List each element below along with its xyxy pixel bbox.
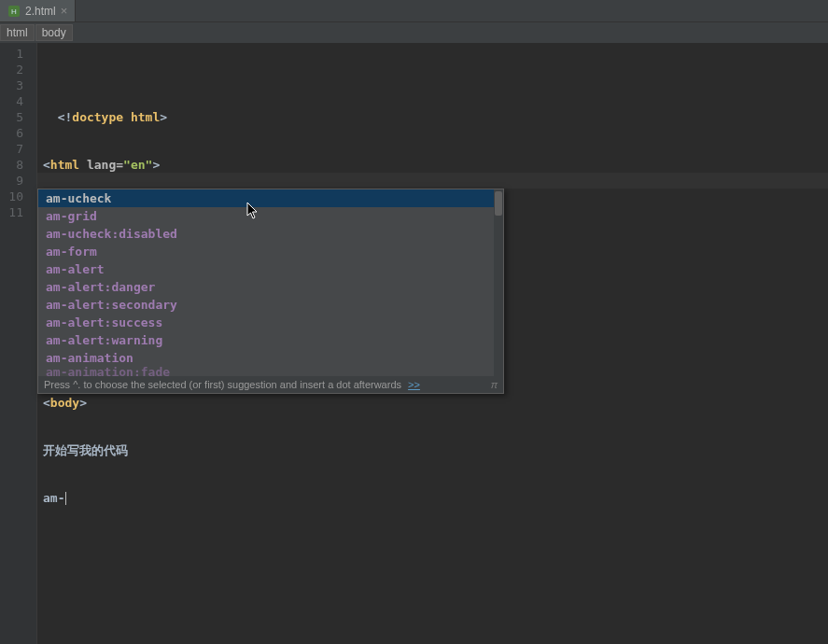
- line-number: 9: [0, 173, 36, 189]
- autocomplete-item[interactable]: am-alert: [38, 260, 503, 278]
- close-icon[interactable]: ×: [61, 4, 68, 18]
- autocomplete-item[interactable]: am-alert:danger: [38, 278, 503, 296]
- line-number: 7: [0, 141, 36, 157]
- editor[interactable]: 1234567891011 <!doctype html> <html lang…: [0, 43, 828, 644]
- autocomplete-item[interactable]: am-ucheck:disabled: [38, 225, 503, 243]
- line-number: 4: [0, 93, 36, 109]
- autocomplete-item[interactable]: am-ucheck: [38, 189, 503, 207]
- html-file-icon: H: [7, 5, 21, 18]
- autocomplete-item[interactable]: am-alert:success: [38, 314, 503, 331]
- line-number: 11: [0, 204, 36, 220]
- line-number: 2: [0, 62, 36, 77]
- pi-icon[interactable]: π: [491, 379, 498, 390]
- autocomplete-item[interactable]: am-animation:fade: [38, 367, 503, 376]
- autocomplete-list: am-ucheckam-gridam-ucheck:disabledam-for…: [38, 189, 503, 376]
- autocomplete-item[interactable]: am-alert:secondary: [38, 296, 503, 314]
- autocomplete-hint: Press ^. to choose the selected (or firs…: [38, 376, 503, 393]
- breadcrumb: html body: [0, 22, 828, 43]
- autocomplete-item[interactable]: am-form: [38, 243, 503, 260]
- breadcrumb-item[interactable]: html: [0, 24, 35, 41]
- text-caret: [65, 492, 66, 505]
- autocomplete-item[interactable]: am-alert:warning: [38, 331, 503, 349]
- svg-text:H: H: [11, 7, 17, 16]
- line-number: 1: [0, 46, 36, 62]
- line-number-gutter: 1234567891011: [0, 43, 37, 644]
- line-number: 8: [0, 157, 36, 173]
- tab-bar: H 2.html ×: [0, 0, 828, 22]
- line-number: 10: [0, 189, 36, 204]
- line-number: 6: [0, 125, 36, 141]
- autocomplete-item[interactable]: am-animation: [38, 349, 503, 367]
- hint-link[interactable]: >>: [408, 379, 420, 390]
- tab-filename: 2.html: [25, 5, 56, 18]
- autocomplete-popup: am-ucheckam-gridam-ucheck:disabledam-for…: [37, 189, 504, 394]
- line-number: 5: [0, 109, 36, 125]
- scrollbar-thumb[interactable]: [495, 191, 502, 216]
- line-number: 3: [0, 77, 36, 93]
- scrollbar[interactable]: [494, 189, 503, 376]
- breadcrumb-item[interactable]: body: [35, 24, 73, 41]
- autocomplete-item[interactable]: am-grid: [38, 207, 503, 225]
- hint-text: Press ^. to choose the selected (or firs…: [44, 379, 401, 390]
- file-tab[interactable]: H 2.html ×: [0, 0, 76, 21]
